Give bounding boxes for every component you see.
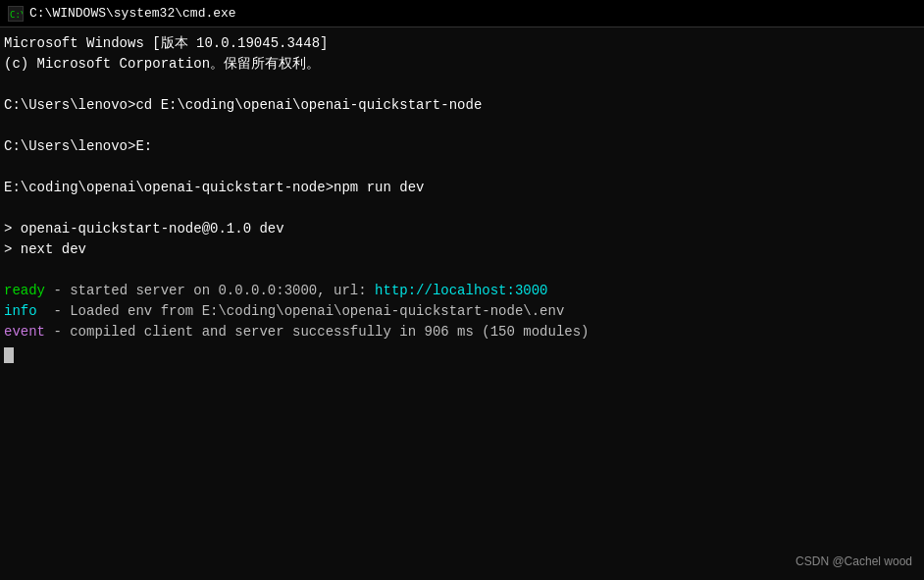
ready-keyword: ready [4, 283, 45, 298]
blank-line-5 [4, 260, 920, 281]
blank-line-1 [4, 75, 920, 95]
event-text: - compiled client and server successfull… [45, 324, 590, 340]
pkg-name-line: > openai-quickstart-node@0.1.0 dev [4, 219, 920, 239]
blank-line-2 [4, 116, 920, 136]
blank-line-4 [4, 198, 920, 219]
info-keyword: info [4, 303, 37, 319]
title-bar: C:\ C:\WINDOWS\system32\cmd.exe [0, 0, 924, 27]
ready-text: - started server on 0.0.0.0:3000, url: h… [45, 283, 548, 298]
ready-line: ready - started server on 0.0.0.0:3000, … [4, 281, 920, 301]
cd-command-line: C:\Users\lenovo>cd E:\coding\openai\open… [4, 95, 920, 116]
terminal-cursor [4, 347, 14, 363]
e-drive-line: C:\Users\lenovo>E: [4, 136, 920, 157]
cursor-line [4, 343, 920, 363]
win-version-line: Microsoft Windows [版本 10.0.19045.3448] [4, 33, 920, 54]
terminal-body: Microsoft Windows [版本 10.0.19045.3448] (… [0, 27, 924, 580]
watermark: CSDN @Cachel wood [796, 554, 912, 568]
next-dev-line: > next dev [4, 239, 920, 260]
event-line: event - compiled client and server succe… [4, 322, 920, 343]
info-text: - Loaded env from E:\coding\openai\opena… [37, 303, 565, 319]
event-keyword: event [4, 324, 45, 340]
blank-line-3 [4, 157, 920, 178]
window-title: C:\WINDOWS\system32\cmd.exe [29, 6, 236, 21]
copyright-line: (c) Microsoft Corporation。保留所有权利。 [4, 54, 920, 75]
info-line: info - Loaded env from E:\coding\openai\… [4, 301, 920, 322]
svg-text:C:\: C:\ [10, 10, 23, 20]
npm-run-line: E:\coding\openai\openai-quickstart-node>… [4, 178, 920, 198]
cmd-icon: C:\ [8, 6, 24, 22]
